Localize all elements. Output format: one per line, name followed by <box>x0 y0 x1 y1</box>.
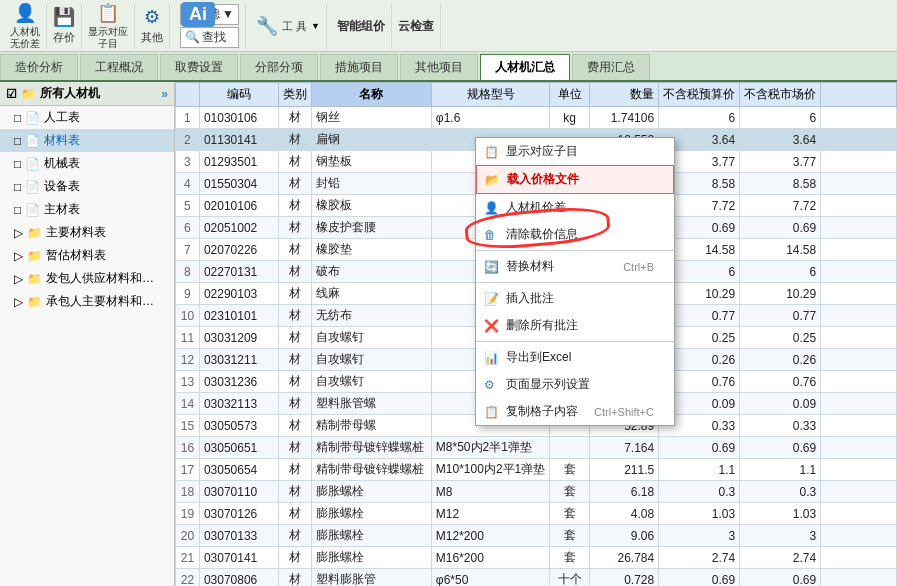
main-content: ☑ 📁 所有人材机 » □ 📄 人工表 □ 📄 材料表 □ 📄 机械表 <box>0 82 897 586</box>
tab-labor-material[interactable]: 人材机汇总 <box>480 54 570 80</box>
cell-name: 橡皮护套腰 <box>311 217 431 239</box>
cell-name: 自攻螺钉 <box>311 349 431 371</box>
cell-type: 材 <box>278 305 311 327</box>
tab-measures[interactable]: 措施项目 <box>320 54 398 80</box>
ctx-insert-note[interactable]: 📝 插入批注 <box>476 285 674 312</box>
tree-folder-expand-icon: ▷ <box>14 249 23 263</box>
tree-item-subcontractor-material[interactable]: ▷ 📁 承包人主要材料和… <box>0 290 174 313</box>
ctx-replace-icon: 🔄 <box>484 260 499 274</box>
cell-qty: 6.18 <box>589 481 658 503</box>
tab-other-items[interactable]: 其他项目 <box>400 54 478 80</box>
tree-item-labor-table[interactable]: □ 📄 人工表 <box>0 106 174 129</box>
cell-code: 03031236 <box>199 371 278 393</box>
cell-market: 0.33 <box>740 415 821 437</box>
toolbar-tools[interactable]: 🔧 工 具 ▼ <box>250 3 327 49</box>
ctx-replace-material[interactable]: 🔄 替换材料 Ctrl+B <box>476 253 674 280</box>
cell-budget: 3 <box>659 525 740 547</box>
table-row[interactable]: 21 03070141 材 膨胀螺栓 M16*200 套 26.784 2.74… <box>176 547 897 569</box>
col-header-qty[interactable]: 数量 <box>589 83 658 107</box>
find-icon: 🔍 <box>185 30 200 44</box>
toolbar-smart-group-label: 智能组价 <box>337 18 385 35</box>
tree-collapse-arrow[interactable]: » <box>161 87 168 101</box>
tab-fee-summary[interactable]: 费用汇总 <box>572 54 650 80</box>
ctx-labor-price[interactable]: 👤 人材机价差 <box>476 194 674 221</box>
table-row[interactable]: 19 03070126 材 膨胀螺栓 M12 套 4.08 1.03 1.03 <box>176 503 897 525</box>
toolbar-personnel[interactable]: 👤 人材机无价差 <box>4 3 47 49</box>
toolbar-storage[interactable]: 💾 存价 <box>47 3 82 49</box>
tab-cost-analysis[interactable]: 造价分析 <box>0 54 78 80</box>
cell-num: 6 <box>176 217 200 239</box>
ctx-delete-notes[interactable]: ❌ 删除所有批注 <box>476 312 674 339</box>
ctx-export-excel[interactable]: 📊 导出到Excel <box>476 344 674 371</box>
cell-code: 02070226 <box>199 239 278 261</box>
col-header-spec[interactable]: 规格型号 <box>431 83 549 107</box>
find-button[interactable]: 🔍 查找 <box>180 27 239 48</box>
other-icon: ⚙ <box>144 6 160 28</box>
cell-code: 02310101 <box>199 305 278 327</box>
table-row[interactable]: 18 03070110 材 膨胀螺栓 M8 套 6.18 0.3 0.3 <box>176 481 897 503</box>
tree-item-label: 发包人供应材料和… <box>46 270 154 287</box>
ctx-load-price-icon: 📂 <box>485 173 500 187</box>
col-header-extra <box>821 83 897 107</box>
ctx-page-display[interactable]: ⚙ 页面显示列设置 <box>476 371 674 398</box>
cell-market: 14.58 <box>740 239 821 261</box>
toolbar-display-child-label: 显示对应子目 <box>88 26 128 50</box>
tree-item-main-material[interactable]: □ 📄 主材表 <box>0 198 174 221</box>
toolbar-smart-group[interactable]: 智能组价 <box>331 3 392 49</box>
ctx-copy-grid-shortcut: Ctrl+Shift+C <box>594 406 654 418</box>
tree-item-link[interactable]: 材料表 <box>44 132 80 149</box>
col-header-unit[interactable]: 单位 <box>550 83 590 107</box>
cell-code: 03050651 <box>199 437 278 459</box>
cell-name: 塑料胀管螺 <box>311 393 431 415</box>
ctx-load-price[interactable]: 📂 载入价格文件 <box>476 165 674 194</box>
tree-folder-expand-icon: ▷ <box>14 226 23 240</box>
ctx-copy-grid[interactable]: 📋 复制格子内容 Ctrl+Shift+C <box>476 398 674 425</box>
cell-num: 19 <box>176 503 200 525</box>
ctx-clear-price[interactable]: 🗑 清除载价信息 <box>476 221 674 248</box>
col-header-name[interactable]: 名称 <box>311 83 431 107</box>
tab-sections[interactable]: 分部分项 <box>240 54 318 80</box>
tree-item-material-table[interactable]: □ 📄 材料表 <box>0 129 174 152</box>
toolbar-other[interactable]: ⚙ 其他 <box>135 3 170 49</box>
cell-extra <box>821 437 897 459</box>
cell-extra <box>821 393 897 415</box>
tab-project-overview[interactable]: 工程概况 <box>80 54 158 80</box>
cell-name: 无纺布 <box>311 305 431 327</box>
cell-extra <box>821 129 897 151</box>
cell-type: 材 <box>278 393 311 415</box>
cell-unit: 十个 <box>550 569 590 587</box>
cell-name: 膨胀螺栓 <box>311 525 431 547</box>
col-header-type[interactable]: 类别 <box>278 83 311 107</box>
tab-fee-settings[interactable]: 取费设置 <box>160 54 238 80</box>
toolbar-cloud-check[interactable]: 云检查 <box>392 3 441 49</box>
ctx-replace-shortcut: Ctrl+B <box>623 261 654 273</box>
tree-item-estimated-material[interactable]: ▷ 📁 暂估材料表 <box>0 244 174 267</box>
col-header-price[interactable]: 不含税预算价 <box>659 83 740 107</box>
cell-num: 16 <box>176 437 200 459</box>
cell-code: 01130141 <box>199 129 278 151</box>
ctx-labor-price-icon: 👤 <box>484 201 499 215</box>
cell-extra <box>821 371 897 393</box>
col-header-code[interactable]: 编码 <box>199 83 278 107</box>
ctx-show-child[interactable]: 📋 显示对应子目 <box>476 138 674 165</box>
tree-item-machine-table[interactable]: □ 📄 机械表 <box>0 152 174 175</box>
tree-item-equipment-table[interactable]: □ 📄 设备表 <box>0 175 174 198</box>
table-row[interactable]: 16 03050651 材 精制带母镀锌蝶螺桩 M8*50内2半1弹垫 7.16… <box>176 437 897 459</box>
cell-budget: 6 <box>659 107 740 129</box>
col-header-market[interactable]: 不含税市场价 <box>740 83 821 107</box>
cell-name: 自攻螺钉 <box>311 327 431 349</box>
cell-spec: M8 <box>431 481 549 503</box>
table-row[interactable]: 20 03070133 材 膨胀螺栓 M12*200 套 9.06 3 3 <box>176 525 897 547</box>
table-row[interactable]: 17 03050654 材 精制带母镀锌蝶螺桩 M10*100内2平1弹垫 套 … <box>176 459 897 481</box>
table-row[interactable]: 22 03070806 材 塑料膨胀管 φ6*50 十个 0.728 0.69 … <box>176 569 897 587</box>
ctx-sep2 <box>476 282 674 283</box>
table-row[interactable]: 1 01030106 材 钢丝 φ1.6 kg 1.74106 6 6 <box>176 107 897 129</box>
toolbar-display-child[interactable]: 📋 显示对应子目 <box>82 3 135 49</box>
tree-item-label: 主要材料表 <box>46 224 106 241</box>
tree-item-contractor-material[interactable]: ▷ 📁 发包人供应材料和… <box>0 267 174 290</box>
tree-item-main-materials-group[interactable]: ▷ 📁 主要材料表 <box>0 221 174 244</box>
cell-unit: 套 <box>550 481 590 503</box>
cell-spec: M10*100内2平1弹垫 <box>431 459 549 481</box>
ctx-delete-notes-icon: ❌ <box>484 319 499 333</box>
tree-folder-expand-icon: ▷ <box>14 272 23 286</box>
